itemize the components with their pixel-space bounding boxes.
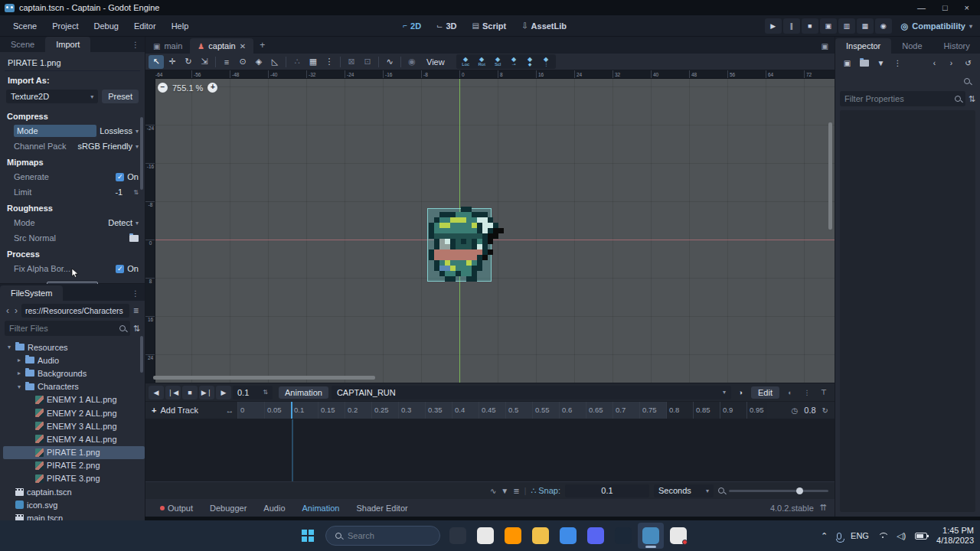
import-scrollbar[interactable] bbox=[140, 117, 143, 190]
taskbar-app-steam[interactable] bbox=[610, 523, 636, 549]
property-value[interactable]: -1⇅ bbox=[107, 187, 139, 197]
onion-skinning-icon[interactable]: ◐ bbox=[782, 386, 798, 399]
filesystem-tab[interactable]: FileSystem bbox=[0, 285, 63, 301]
timeline-tick[interactable]: 0.05 bbox=[264, 402, 291, 419]
menu-editor[interactable]: Editor bbox=[127, 19, 163, 33]
filesystem-path[interactable]: res://Resources/Characters bbox=[21, 304, 129, 318]
pin-panel-icon[interactable]: ⊤ bbox=[816, 386, 831, 399]
filter-files-field[interactable] bbox=[5, 321, 130, 336]
workspace-tab-3d[interactable]: ⌙3D bbox=[430, 19, 462, 33]
zoom-level[interactable]: 755.1 % bbox=[172, 83, 203, 93]
close-button[interactable]: × bbox=[965, 3, 969, 12]
file-tree-item[interactable]: PIRATE 3.png bbox=[3, 472, 145, 485]
view-menu-button[interactable]: View bbox=[420, 57, 451, 67]
lock-node-button[interactable]: ⊠ bbox=[344, 55, 359, 69]
stop-playback-button[interactable]: ■ bbox=[182, 386, 198, 399]
checkbox-checked-icon[interactable]: ✓ bbox=[116, 173, 124, 181]
snap-value-field[interactable]: 0.1 bbox=[565, 484, 649, 497]
property-value[interactable] bbox=[91, 235, 139, 242]
nav-back-icon[interactable]: ‹ bbox=[5, 305, 11, 316]
microphone-icon[interactable] bbox=[837, 533, 841, 540]
save-resource-icon[interactable]: ▼ bbox=[874, 57, 888, 70]
playhead[interactable] bbox=[291, 402, 292, 419]
timeline-tick[interactable]: 0.3 bbox=[398, 402, 425, 419]
snap-unit-dropdown[interactable]: Seconds▾ bbox=[654, 484, 714, 497]
taskbar-app-terminal[interactable] bbox=[445, 523, 471, 549]
wifi-icon[interactable] bbox=[878, 533, 887, 539]
filesystem-menu-icon[interactable]: ⋮ bbox=[126, 289, 145, 301]
unlock-node-button[interactable]: ⊡ bbox=[360, 55, 375, 69]
edit-button[interactable]: Edit bbox=[751, 386, 779, 399]
filter-properties-field[interactable] bbox=[840, 91, 965, 106]
tree-twisty-icon[interactable]: ▸ bbox=[16, 357, 22, 364]
file-tree-item[interactable]: ▸ Backgrounds bbox=[3, 367, 145, 380]
maximize-button[interactable]: □ bbox=[942, 3, 948, 12]
pan-tool[interactable]: ◈ bbox=[251, 55, 266, 69]
taskbar-search-input[interactable] bbox=[348, 531, 424, 540]
object-history-icon[interactable]: ↺ bbox=[961, 57, 975, 70]
file-tree-item[interactable]: ▾ Resources bbox=[3, 341, 145, 354]
movie-maker-button[interactable]: ◉ bbox=[875, 18, 892, 34]
animation-menu-button[interactable]: Animation bbox=[279, 386, 328, 399]
timeline-tick[interactable]: 0.65 bbox=[586, 402, 612, 419]
taskbar-app-godot[interactable] bbox=[638, 523, 664, 549]
scale-tool[interactable]: ⇲ bbox=[197, 55, 212, 69]
nav-forward-icon[interactable]: › bbox=[13, 305, 19, 316]
file-tree-item[interactable]: ▾ Characters bbox=[3, 380, 145, 393]
zoom-out-button[interactable]: − bbox=[158, 83, 168, 93]
bottom-tab-shader-editor[interactable]: Shader Editor bbox=[349, 501, 414, 515]
file-tree-item[interactable]: captain.tscn bbox=[3, 485, 145, 498]
insert-rot-key-button[interactable]: ◆Rot bbox=[474, 55, 490, 68]
checkbox-checked-icon[interactable]: ✓ bbox=[116, 265, 124, 273]
file-tree-item[interactable]: ▸ Audio bbox=[3, 354, 145, 367]
file-tree-item[interactable]: PIRATE 1.png bbox=[3, 446, 145, 459]
timeline-tick[interactable]: 0.15 bbox=[318, 402, 345, 419]
workspace-tab-assetlib[interactable]: ⇩AssetLib bbox=[515, 19, 573, 33]
select-tool[interactable]: ↖ bbox=[149, 55, 164, 69]
bottom-tab-output[interactable]: Output bbox=[153, 501, 200, 515]
history-back-icon[interactable]: ‹ bbox=[927, 57, 942, 70]
timeline-tick[interactable]: 0.1 bbox=[291, 402, 318, 419]
zoom-slider-thumb[interactable] bbox=[796, 487, 803, 494]
property-value[interactable]: Lossless▾ bbox=[100, 126, 139, 135]
rotate-tool[interactable]: ↻ bbox=[181, 55, 196, 69]
pin-preview-button[interactable]: ◉ bbox=[404, 55, 420, 69]
timeline-tick[interactable]: 0.5 bbox=[505, 402, 532, 419]
move-tool[interactable]: ✛ bbox=[165, 55, 180, 69]
timeline-tick[interactable]: 0.75 bbox=[639, 402, 666, 419]
remote-debug-button[interactable]: ▣ bbox=[820, 18, 837, 34]
canvas-hscrollbar[interactable] bbox=[153, 376, 375, 380]
file-tree-item[interactable]: ENEMY 4 ALL.png bbox=[3, 432, 145, 445]
insert-key-existing-button[interactable]: ◆◆ bbox=[522, 55, 538, 68]
play-custom-scene-button[interactable]: ▦ bbox=[857, 18, 874, 34]
open-docs-icon[interactable] bbox=[959, 74, 974, 87]
resource-options-menu[interactable]: ⋮ bbox=[890, 57, 905, 70]
pivot-tool[interactable]: ⊙ bbox=[235, 55, 250, 69]
menu-project[interactable]: Project bbox=[45, 19, 85, 33]
language-indicator[interactable]: ENG bbox=[851, 531, 869, 540]
step-forward-button[interactable]: ▶❘ bbox=[199, 386, 214, 399]
scene-tab-captain[interactable]: ♟ captain✕ bbox=[190, 38, 253, 54]
preset-button[interactable]: Preset bbox=[102, 90, 139, 103]
timeline-tick[interactable]: 0.95 bbox=[746, 402, 767, 419]
sort-files-icon[interactable]: ⇅ bbox=[133, 324, 140, 334]
new-scene-tab-button[interactable]: + bbox=[253, 37, 271, 54]
dock-tab-scene[interactable]: Scene bbox=[0, 37, 45, 52]
taskbar-app-notification[interactable] bbox=[665, 523, 691, 549]
filesystem-scrollbar[interactable] bbox=[140, 336, 143, 373]
distraction-free-icon[interactable]: ▣ bbox=[815, 42, 835, 54]
file-tree-item[interactable]: icon.svg bbox=[3, 498, 145, 511]
load-resource-icon[interactable] bbox=[857, 57, 871, 70]
insert-loc-key-button[interactable]: ◆Loc bbox=[458, 55, 474, 68]
scene-tab-main[interactable]: ▣ main bbox=[145, 38, 190, 54]
dock-tab-import[interactable]: Import bbox=[45, 37, 90, 52]
timeline-tick[interactable]: 0.9 bbox=[720, 402, 746, 419]
taskbar-app-firefox[interactable] bbox=[500, 523, 526, 549]
timeline-zoom-slider[interactable] bbox=[729, 490, 828, 492]
skeleton-options-button[interactable]: ∿ bbox=[382, 55, 397, 69]
timeline-track-area[interactable] bbox=[145, 419, 835, 481]
taskbar-clock[interactable]: 1:45 PM 4/18/2023 bbox=[936, 526, 974, 546]
play-scene-button[interactable]: ▥ bbox=[838, 18, 855, 34]
timeline-tick[interactable]: 0.7 bbox=[612, 402, 639, 419]
zoom-in-button[interactable]: + bbox=[207, 83, 217, 93]
